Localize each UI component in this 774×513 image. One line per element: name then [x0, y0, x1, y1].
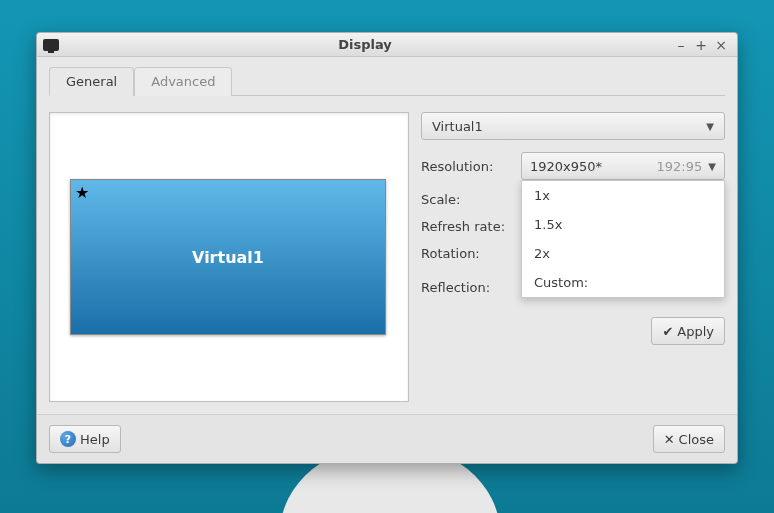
- tab-advanced[interactable]: Advanced: [134, 67, 232, 96]
- scale-label: Scale:: [421, 192, 521, 207]
- titlebar[interactable]: Display – + ×: [37, 33, 737, 57]
- help-button-label: Help: [80, 432, 110, 447]
- tab-bar: General Advanced: [49, 67, 725, 96]
- scale-dropdown-menu: 1x 1.5x 2x Custom:: [521, 180, 725, 298]
- settings-grid: Resolution: 1920x950* 192:95 ▼ Scale: Re…: [421, 152, 725, 301]
- display-preview-pane: ★ Virtual1: [49, 112, 409, 402]
- resolution-label: Resolution:: [421, 159, 521, 174]
- scale-option-1x[interactable]: 1x: [522, 181, 724, 210]
- close-button[interactable]: ✕ Close: [653, 425, 725, 453]
- apply-row: ✔ Apply: [421, 317, 725, 345]
- resolution-select[interactable]: 1920x950* 192:95 ▼: [521, 152, 725, 180]
- monitor-icon: [43, 39, 59, 51]
- main-panel: ★ Virtual1 Virtual1 ▼ Resolution: 1920x9…: [49, 95, 725, 402]
- resolution-value: 1920x950*: [530, 159, 657, 174]
- chevron-down-icon: ▼: [708, 161, 716, 172]
- apply-button[interactable]: ✔ Apply: [651, 317, 725, 345]
- close-window-button[interactable]: ×: [711, 36, 731, 54]
- tab-general[interactable]: General: [49, 67, 134, 96]
- reflection-label: Reflection:: [421, 280, 521, 295]
- rotation-label: Rotation:: [421, 246, 521, 261]
- monitor-preview[interactable]: ★ Virtual1: [70, 179, 386, 335]
- display-settings-window: Display – + × General Advanced ★ Virtual…: [36, 32, 738, 464]
- primary-star-icon: ★: [75, 183, 89, 202]
- monitor-preview-label: Virtual1: [192, 248, 264, 267]
- minimize-button[interactable]: –: [671, 36, 691, 54]
- maximize-button[interactable]: +: [691, 36, 711, 54]
- check-icon: ✔: [662, 324, 673, 339]
- help-button[interactable]: ? Help: [49, 425, 121, 453]
- resolution-ratio: 192:95: [657, 159, 703, 174]
- apply-button-label: Apply: [677, 324, 714, 339]
- scale-option-2x[interactable]: 2x: [522, 239, 724, 268]
- display-selector[interactable]: Virtual1 ▼: [421, 112, 725, 140]
- chevron-down-icon: ▼: [706, 121, 714, 132]
- display-selector-value: Virtual1: [432, 119, 483, 134]
- settings-column: Virtual1 ▼ Resolution: 1920x950* 192:95 …: [421, 112, 725, 402]
- scale-option-custom[interactable]: Custom:: [522, 268, 724, 297]
- help-icon: ?: [60, 431, 76, 447]
- window-title: Display: [59, 37, 671, 52]
- close-icon: ✕: [664, 432, 675, 447]
- scale-option-1-5x[interactable]: 1.5x: [522, 210, 724, 239]
- window-content: General Advanced ★ Virtual1 Virtual1 ▼ R…: [37, 57, 737, 414]
- window-footer: ? Help ✕ Close: [37, 414, 737, 463]
- close-button-label: Close: [679, 432, 714, 447]
- refresh-label: Refresh rate:: [421, 219, 521, 234]
